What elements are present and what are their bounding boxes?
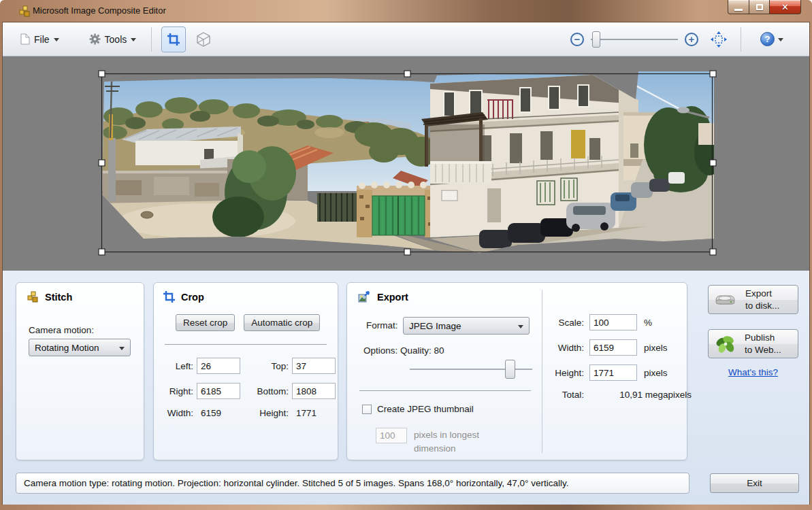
crop-bottom-input[interactable]: [292, 383, 336, 399]
page-icon: [20, 33, 30, 45]
export-panel-title: Export: [377, 292, 408, 303]
chevron-down-icon: [119, 347, 125, 350]
crop-handle[interactable]: [404, 249, 410, 255]
chevron-down-icon: [778, 38, 783, 41]
publish-to-web-label: Publish to Web...: [745, 332, 781, 356]
window-content: File Tools: [2, 22, 810, 505]
format-value: JPEG Image: [409, 321, 461, 331]
minimize-button[interactable]: [728, 0, 749, 14]
minimize-icon: [734, 9, 743, 11]
export-to-disk-button[interactable]: Export to disk...: [708, 285, 798, 314]
create-thumbnail-label: Create JPEG thumbnail: [377, 404, 474, 414]
crop-tool-button[interactable]: [161, 27, 186, 52]
reset-crop-button[interactable]: Reset crop: [176, 314, 235, 331]
crop-handle[interactable]: [99, 71, 105, 77]
crop-handle[interactable]: [99, 249, 105, 255]
crop-width-value: 6159: [197, 408, 242, 418]
crop-top-label: Top:: [245, 361, 289, 371]
whats-this-link[interactable]: What's this?: [708, 367, 798, 377]
panorama-image: [3, 56, 810, 271]
crop-bottom-label: Bottom:: [245, 386, 289, 396]
stitch-panel: Stitch Camera motion: Rotating Motion: [16, 282, 144, 460]
crop-width-label: Width:: [161, 408, 193, 418]
toolbar-separator: [151, 27, 152, 52]
crop-height-value: 1771: [292, 408, 337, 418]
toolbar-separator: [741, 27, 741, 52]
crop-height-label: Height:: [245, 408, 289, 418]
create-thumbnail-checkbox[interactable]: [362, 405, 372, 414]
export-width-input[interactable]: [589, 339, 637, 356]
bottom-pane: Stitch Camera motion: Rotating Motion Cr…: [3, 271, 809, 505]
chevron-down-icon: [131, 38, 136, 41]
export-height-input[interactable]: [589, 364, 637, 381]
titlebar: Microsoft Image Composite Editor ✕: [0, 0, 812, 22]
zoom-out-button[interactable]: −: [570, 33, 584, 46]
export-width-label: Width:: [549, 343, 584, 353]
format-select[interactable]: JPEG Image: [403, 317, 530, 335]
cube-icon: [196, 32, 211, 47]
crop-handle[interactable]: [404, 71, 410, 77]
export-height-label: Height:: [549, 368, 584, 378]
crop-panel: Crop Reset crop Automatic crop Left: Top…: [153, 282, 338, 460]
crop-handle[interactable]: [710, 160, 716, 166]
crop-icon: [163, 291, 175, 303]
exit-button[interactable]: Exit: [710, 473, 799, 493]
file-menu-label: File: [34, 34, 50, 45]
app-icon: [19, 5, 31, 17]
projection-tool-button[interactable]: [191, 27, 216, 52]
window-controls: ✕: [728, 0, 801, 14]
export-separator: [359, 390, 531, 391]
crop-icon: [167, 33, 180, 46]
toolbar: File Tools: [3, 22, 809, 56]
leaf-icon: [715, 334, 736, 354]
export-to-disk-label: Export to disk...: [745, 288, 779, 311]
export-width-unit: pixels: [644, 343, 692, 353]
crop-left-input[interactable]: [197, 358, 240, 374]
gear-icon: [89, 33, 101, 45]
crop-right-input[interactable]: [197, 383, 240, 399]
chevron-down-icon: [54, 38, 59, 41]
window-title: Microsoft Image Composite Editor: [33, 5, 166, 16]
crop-top-input[interactable]: [292, 358, 336, 374]
zoom-slider[interactable]: [591, 31, 678, 48]
zoom-slider-thumb[interactable]: [592, 31, 600, 48]
scale-input[interactable]: [589, 314, 637, 330]
format-label: Format:: [366, 320, 398, 330]
quality-slider-thumb[interactable]: [505, 360, 515, 379]
thumbnail-size-label: pixels in longest dimension: [414, 428, 502, 455]
zoom-in-button[interactable]: +: [685, 33, 698, 46]
panorama-canvas[interactable]: [3, 56, 809, 271]
export-vertical-separator: [542, 290, 542, 453]
app-window: Microsoft Image Composite Editor ✕ File: [0, 0, 812, 510]
automatic-crop-button[interactable]: Automatic crop: [244, 314, 320, 331]
export-icon: [358, 291, 371, 303]
fit-to-window-button[interactable]: [707, 27, 731, 52]
total-label: Total:: [549, 390, 584, 400]
quality-slider[interactable]: [410, 359, 532, 379]
publish-to-web-button[interactable]: Publish to Web...: [708, 329, 798, 358]
crop-panel-title: Crop: [181, 292, 204, 303]
zoom-controls: − + ?: [570, 27, 783, 52]
stitch-panel-title: Stitch: [45, 292, 72, 303]
tools-menu[interactable]: Tools: [84, 29, 142, 49]
quality-options-label: Options: Quality: 80: [363, 345, 444, 356]
thumbnail-size-input[interactable]: [376, 428, 407, 443]
maximize-icon: [756, 4, 763, 10]
zoom-slider-track: [591, 39, 678, 40]
scale-unit: %: [644, 318, 692, 328]
scale-label: Scale:: [549, 318, 584, 328]
file-menu[interactable]: File: [15, 29, 65, 49]
status-bar: Camera motion type: rotating motion. Pro…: [16, 473, 689, 494]
status-text: Camera motion type: rotating motion. Pro…: [24, 478, 568, 488]
crop-right-label: Right:: [161, 386, 193, 396]
chevron-down-icon: [518, 325, 523, 328]
crop-handle[interactable]: [710, 71, 716, 77]
camera-motion-select[interactable]: Rotating Motion: [29, 339, 131, 356]
crop-handle[interactable]: [99, 160, 105, 166]
help-menu[interactable]: ?: [760, 32, 783, 46]
crop-handle[interactable]: [710, 249, 716, 255]
export-panel: Export Format: JPEG Image Options: Quali…: [346, 282, 687, 460]
total-value: 10,91 megapixels: [589, 390, 692, 400]
maximize-button[interactable]: [749, 0, 770, 14]
close-button[interactable]: ✕: [770, 0, 801, 14]
